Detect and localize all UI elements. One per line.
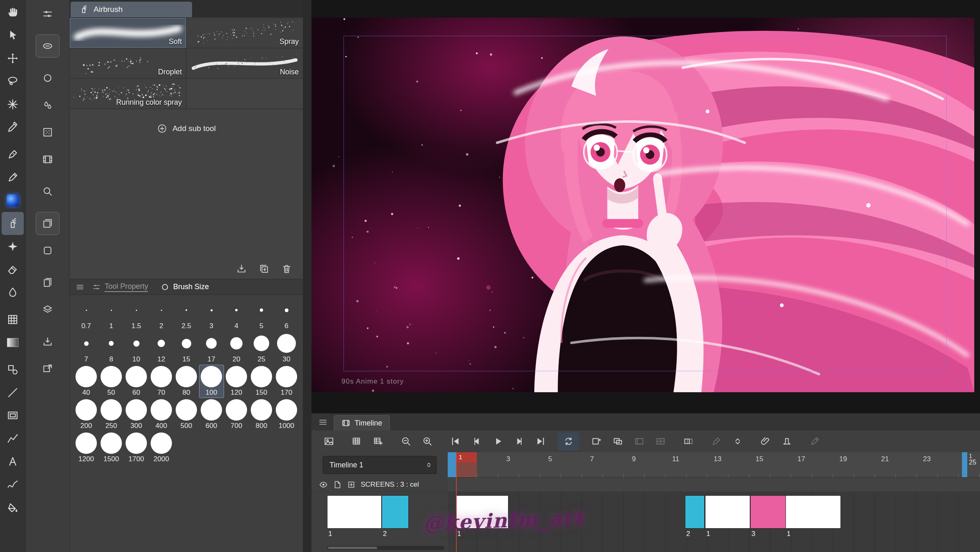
- tool-hand[interactable]: [2, 1, 24, 24]
- frame-thumbnail-button[interactable]: [318, 432, 339, 451]
- tool-selection[interactable]: [2, 70, 24, 93]
- expand-plus-icon[interactable]: [347, 480, 356, 489]
- brush-size-70[interactable]: 70: [149, 365, 174, 398]
- playback-start-handle[interactable]: [448, 452, 456, 477]
- loop-playback-button[interactable]: [558, 432, 579, 451]
- zoom-out-button[interactable]: [395, 432, 417, 451]
- brush-size-5[interactable]: 5: [249, 298, 274, 331]
- brush-size-25[interactable]: 25: [249, 331, 274, 365]
- brush-size-1500[interactable]: 1500: [99, 431, 124, 465]
- tool-auto-select[interactable]: [2, 93, 24, 116]
- brush-size-1700[interactable]: 1700: [124, 431, 149, 465]
- layer-cel-thumbnail[interactable]: [382, 495, 409, 529]
- brush-size-20[interactable]: 20: [224, 331, 249, 365]
- brush-item[interactable]: Spray: [187, 18, 303, 48]
- brush-size-500[interactable]: 500: [174, 398, 199, 431]
- replace-cel-button[interactable]: [650, 432, 671, 451]
- brush-size-80[interactable]: 80: [174, 365, 199, 398]
- group-zoom[interactable]: [36, 180, 60, 203]
- group-blob[interactable]: [36, 94, 60, 117]
- brush-size-0.7[interactable]: 0.7: [74, 298, 99, 331]
- brush-size-120[interactable]: 120: [224, 365, 249, 398]
- shift-trace-button[interactable]: [776, 432, 797, 451]
- brush-size-2.5[interactable]: 2.5: [174, 298, 199, 331]
- brush-size-3[interactable]: 3: [199, 298, 224, 331]
- tool-blend[interactable]: [2, 281, 24, 304]
- brush-size-30[interactable]: 30: [274, 331, 299, 365]
- zoom-in-button[interactable]: [417, 432, 438, 451]
- tool-fill[interactable]: [2, 308, 24, 331]
- brush-item[interactable]: Droplet: [70, 48, 186, 78]
- quick-access[interactable]: [36, 2, 60, 25]
- tool-operation[interactable]: [2, 24, 24, 47]
- next-frame-button[interactable]: [508, 432, 530, 451]
- brush-size-40[interactable]: 40: [74, 365, 99, 398]
- track-scrollbar[interactable]: [327, 546, 444, 550]
- canvas-artwork[interactable]: 90s Anime 1 story: [311, 18, 974, 392]
- brush-size-170[interactable]: 170: [274, 365, 299, 398]
- delete-cel-button[interactable]: [628, 432, 650, 451]
- tool-colorize[interactable]: [2, 189, 24, 212]
- layer-cel-thumbnail[interactable]: [327, 495, 382, 529]
- add-sub-tool-button[interactable]: Add sub tool: [70, 123, 303, 134]
- brush-size-400[interactable]: 400: [149, 398, 174, 431]
- brush-size-200[interactable]: 200: [74, 398, 99, 431]
- tool-text[interactable]: [2, 450, 24, 473]
- tool-pen[interactable]: [2, 143, 24, 166]
- eye-icon[interactable]: [319, 480, 328, 489]
- brush-size-17[interactable]: 17: [199, 331, 224, 365]
- timeline-edit-button[interactable]: [367, 432, 389, 451]
- brush-size-10[interactable]: 10: [124, 331, 149, 365]
- tab-tool-property[interactable]: Tool Property: [87, 279, 153, 294]
- brush-size-1.5[interactable]: 1.5: [124, 298, 149, 331]
- duplicate-sub-tool-button[interactable]: [259, 263, 270, 274]
- brush-size-600[interactable]: 600: [199, 398, 224, 431]
- brush-size-12[interactable]: 12: [149, 331, 174, 365]
- timeline-cel[interactable]: [705, 495, 750, 529]
- tool-frame-border[interactable]: [2, 404, 24, 427]
- brush-size-250[interactable]: 250: [99, 398, 124, 431]
- tool-decoration[interactable]: [2, 235, 24, 258]
- tool-bucket[interactable]: [2, 496, 24, 519]
- enable-keyframes-button[interactable]: [705, 432, 727, 451]
- brush-size-4[interactable]: 4: [224, 298, 249, 331]
- timeline-cel[interactable]: [750, 495, 786, 529]
- specify-cels-button[interactable]: [607, 432, 628, 451]
- brush-size-6[interactable]: 6: [274, 298, 299, 331]
- play-button[interactable]: [487, 432, 508, 451]
- timeline-tab[interactable]: Timeline: [334, 415, 390, 430]
- tool-polyline[interactable]: [2, 427, 24, 450]
- import-sub-tool-button[interactable]: [236, 263, 247, 274]
- menu-icon[interactable]: [318, 417, 328, 427]
- canvas-area[interactable]: 90s Anime 1 story: [311, 0, 980, 413]
- light-table-button[interactable]: [755, 432, 776, 451]
- draw-on-cel-button[interactable]: [804, 432, 825, 451]
- brush-size-700[interactable]: 700: [224, 398, 249, 431]
- timeline-cel[interactable]: [785, 495, 841, 529]
- brush-size-50[interactable]: 50: [99, 365, 124, 398]
- group-screen[interactable]: [36, 121, 60, 144]
- new-animation-cel-button[interactable]: [586, 432, 607, 451]
- brush-item[interactable]: Noise: [187, 48, 303, 78]
- tab-brush-size[interactable]: Brush Size: [156, 279, 214, 294]
- tool-eyedropper[interactable]: [2, 116, 24, 139]
- brush-size-100[interactable]: 100: [199, 365, 224, 398]
- go-to-end-button[interactable]: [530, 432, 551, 451]
- delete-sub-tool-button[interactable]: [281, 263, 292, 274]
- previous-frame-button[interactable]: [466, 432, 487, 451]
- group-square[interactable]: [36, 239, 60, 262]
- tool-line[interactable]: [2, 381, 24, 404]
- brush-size-60[interactable]: 60: [124, 365, 149, 398]
- expand-rows-button[interactable]: [727, 432, 748, 451]
- scrollbar-thumb[interactable]: [328, 547, 377, 549]
- brush-size-2000[interactable]: 2000: [149, 431, 174, 465]
- brush-size-1[interactable]: 1: [99, 298, 124, 331]
- subtool-tab-airbrush[interactable]: Airbrush: [71, 2, 192, 17]
- tool-figure[interactable]: [2, 358, 24, 381]
- chevron-updown-icon[interactable]: [425, 461, 433, 469]
- timeline-cel[interactable]: [456, 495, 508, 529]
- tool-pencil[interactable]: [2, 166, 24, 189]
- tool-gradient[interactable]: [2, 331, 24, 354]
- brush-size-7[interactable]: 7: [74, 331, 99, 365]
- group-papers[interactable]: [36, 271, 60, 294]
